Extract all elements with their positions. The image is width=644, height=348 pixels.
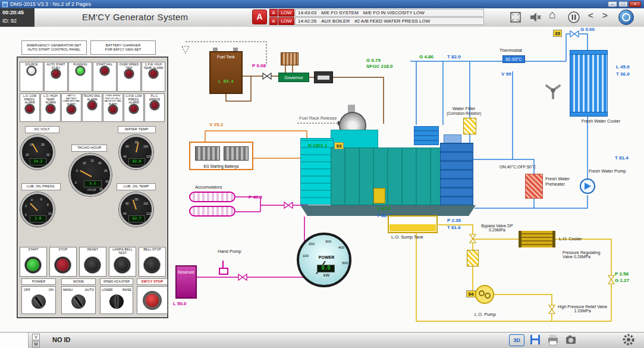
- fuel-tank-cap: [213, 48, 218, 51]
- indicator-lamp: [130, 105, 137, 112]
- lamp-bell-test-button[interactable]: [116, 259, 128, 271]
- hand-pump-handle[interactable]: [222, 261, 224, 268]
- sump-label: L.O. Sump Tank: [391, 234, 423, 240]
- dc-volt-label: DC VOLT.: [25, 126, 59, 133]
- fuel-press-value: P 0.08: [252, 63, 266, 68]
- fuel-heater: [281, 52, 299, 65]
- fuel-tank-level: L 84.4: [211, 79, 241, 84]
- engine-body[interactable]: [331, 148, 441, 205]
- mode-switch-label: MODE: [61, 278, 96, 285]
- speed-lower-label: LOWER: [102, 288, 112, 291]
- speed-adjuster-label: SPEED ADJUSTER: [100, 278, 133, 285]
- tacho-hour-label: TACHO-HOUR: [71, 145, 107, 152]
- view-toggle-v[interactable]: V: [32, 334, 40, 340]
- accumulators-label: Accumulators: [195, 184, 222, 190]
- indicator-lamp: [26, 105, 33, 112]
- fuel-shutoff-valve[interactable]: [263, 73, 271, 79]
- lo-pump[interactable]: [475, 285, 494, 304]
- engine-speed-value: N 1801.1: [308, 143, 327, 148]
- lo-cooler-label: L.O. Cooler: [559, 236, 582, 242]
- preheater-setting: ON:40°C;OFF:50°C: [500, 165, 536, 169]
- lo-filter: [467, 250, 479, 267]
- hydraulic-valve[interactable]: [284, 202, 293, 208]
- power-rotary-switch[interactable]: [32, 294, 46, 309]
- lo-pump-label: L.O. Pump: [475, 312, 496, 317]
- power-gauge-label: POWER: [317, 255, 336, 259]
- hand-pump-valve[interactable]: [238, 274, 247, 280]
- accumulator: [189, 192, 235, 202]
- bell-stop-button[interactable]: [146, 259, 158, 271]
- sfoc-g-value: G 0.79: [366, 58, 381, 63]
- reservoir-level-value: L 50.0: [173, 301, 187, 306]
- pressure-regulating-valve[interactable]: [608, 275, 614, 284]
- lub-oil-press-label: LUB. OIL PRESS.: [21, 183, 61, 190]
- bypass-valve-label: Bypass Valve DP0.29MPa: [476, 224, 519, 232]
- fresh-water-pump[interactable]: [580, 178, 595, 194]
- reg-press-value: P 2.58: [615, 271, 629, 277]
- water-temp-gauge: 40 60 80 100 120 82.0: [119, 135, 153, 170]
- indicator-lamp: [150, 70, 157, 77]
- jacket-flow-value: G 4.86: [419, 54, 433, 59]
- view-toggle-m[interactable]: M: [32, 341, 40, 347]
- battery-volt-value: V 25.2: [209, 122, 223, 127]
- thermostat-v-value: V 99: [501, 71, 511, 77]
- bypass-valve[interactable]: [470, 234, 476, 243]
- indicator-lamp: [28, 67, 35, 74]
- fuel-tank-cap: [233, 48, 238, 51]
- lub-oil-press-value: 2.8: [30, 215, 46, 222]
- starting-batteries: EG Starting Batterys: [189, 142, 253, 170]
- dc-volt-gauge: 20 24 28 32 24.2: [20, 135, 55, 170]
- power-gauge: 100 200 300 400 500 POWER 0.0 kW: [297, 233, 351, 287]
- reset-button[interactable]: [86, 259, 99, 271]
- battery-icon: [224, 146, 249, 161]
- jacket-temp-value: T 82.0: [447, 54, 461, 59]
- fw-pump-temp-value: T 81.4: [615, 155, 629, 161]
- stop-button[interactable]: [56, 259, 69, 271]
- login-status: NO ID: [52, 336, 71, 343]
- settings-gear-icon[interactable]: [622, 333, 635, 346]
- reg-valve-label: Pressure RegulatingValve 0.26MPa: [563, 250, 600, 259]
- preheater-label: Fresh WaterPreheater: [545, 176, 570, 187]
- power-unit: kW: [321, 273, 332, 277]
- snapshot-icon[interactable]: [565, 334, 577, 346]
- emcy-stop-button[interactable]: [146, 294, 159, 307]
- accumulator-press-value: P 40.0: [249, 195, 262, 200]
- fw-cooler-level-value: L 45.9: [616, 64, 630, 70]
- status-corner-panel: [0, 333, 29, 348]
- governor[interactable]: Governor: [278, 73, 309, 82]
- lub-oil-temp-label: LUB. OIL TEMP: [117, 183, 156, 190]
- tacho-hour-gauge: 0 5 10 15 20 25 30 35 1.1 HOUR: [69, 153, 112, 196]
- lub-oil-press-gauge: 0 2 4 6 8 10 2.8: [20, 192, 55, 227]
- speed-adjuster-knob[interactable]: [109, 294, 124, 309]
- fw-vent-valve[interactable]: [570, 31, 579, 37]
- fuel-rack-label: Fuel Rack Release: [299, 115, 337, 121]
- high-pressure-relief-valve[interactable]: [549, 305, 555, 313]
- lo-press-value: P 2.38: [447, 218, 461, 223]
- save-icon[interactable]: [529, 334, 541, 346]
- hand-pump-label: Hand Pump: [218, 249, 241, 254]
- generator[interactable]: [440, 143, 473, 205]
- fresh-water-cooler: [570, 50, 608, 117]
- indicator-lamp: [89, 102, 96, 109]
- indicator-lo-high-temp: L.O. HIGH TEMP. ALARM: [40, 93, 61, 122]
- fuel-actuator: [314, 71, 333, 83]
- indicator-lamp: [52, 70, 59, 77]
- fuel-tank-label: Fuel Tank: [211, 55, 241, 59]
- printer-icon[interactable]: [547, 334, 559, 346]
- water-temp-label: WATER TEMP.: [118, 126, 156, 133]
- fuel-tank: Fuel Tank L 84.4: [209, 51, 243, 94]
- indicator-lo-low-press: L.O. LOW PRESS. ALARM: [20, 93, 40, 122]
- lub-oil-temp-gauge: 40 60 80 100 120 62.7: [119, 192, 153, 227]
- start-button[interactable]: [27, 259, 39, 271]
- power-off-label: OFF: [24, 288, 30, 291]
- indicator-auto-start-stby: AUTO START ST-BY: [44, 62, 68, 92]
- 3d-view-icon[interactable]: 3D: [509, 334, 524, 346]
- mode-rotary-switch[interactable]: [71, 294, 86, 309]
- reg-flow-value: G 1.27: [615, 278, 629, 283]
- mode-auto-label: AUTO: [85, 288, 94, 291]
- fw-pump-label: Fresh Water Pump: [589, 168, 626, 174]
- indicator-lamp: [47, 105, 54, 112]
- hand-pump[interactable]: [219, 268, 228, 275]
- thermostat-label: Thermostat: [500, 48, 522, 53]
- reservoir-label: Reservoir: [177, 270, 196, 274]
